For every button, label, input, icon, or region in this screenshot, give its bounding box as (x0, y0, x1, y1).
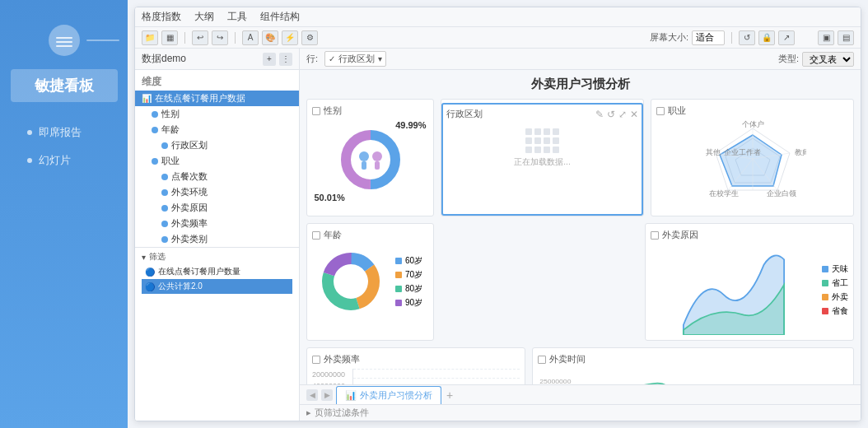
occupation-title: 职业 (656, 105, 848, 117)
loading-grid (525, 128, 559, 153)
tree-item-label: 在线点餐订餐用户数据 (155, 92, 245, 105)
takeout-reason-chart: 天味 省工 外卖 (651, 244, 848, 335)
filter-icon: 🔵 (145, 267, 155, 277)
tab-main[interactable]: 📊 外卖用户习惯分析 (336, 386, 441, 404)
filter-toggle[interactable]: ▸ 页筛过滤条件 (306, 407, 369, 419)
legend-dot (822, 280, 828, 286)
filter-dropdown-icon[interactable]: ▾ (378, 54, 382, 63)
overlay-title: 行政区划 (446, 108, 483, 120)
scroll-left-btn[interactable]: ◀ (306, 389, 318, 401)
menu-item-outline[interactable]: 大纲 (194, 10, 214, 24)
gender-donut-svg (338, 127, 404, 193)
toolbar-separator-3 (731, 32, 732, 44)
tree-item-admin[interactable]: 行政区划 (135, 137, 299, 153)
tree-item-main[interactable]: 📊 在线点餐订餐用户数据 (135, 91, 299, 106)
filter-label: 页筛过滤条件 (315, 407, 369, 419)
tree-item-label: 职业 (161, 155, 180, 167)
panel-title: 数据demo (142, 52, 186, 66)
filter-item-1[interactable]: 🔵 在线点餐订餐用户数量 (142, 264, 292, 279)
bullet-icon (27, 130, 32, 135)
toolbar-separator-2 (235, 32, 236, 44)
tree-item-gender[interactable]: 性别 (135, 106, 299, 122)
gender-chart-card: 性别 (306, 99, 434, 216)
scroll-right-btn[interactable]: ▶ (321, 389, 333, 401)
section-header-filter[interactable]: ▾ 筛选 (142, 251, 292, 263)
tree-item-occupation[interactable]: 职业 (135, 153, 299, 169)
legend-label: 70岁 (405, 269, 422, 281)
tree-item-age[interactable]: 年龄 (135, 122, 299, 137)
main-content: 格度指数 大纲 工具 组件结构 📁 ▦ ↩ ↪ A 🎨 ⚡ ⚙ 屏幕大小: ↺ … (128, 0, 868, 428)
menu-item-structure[interactable]: 组件结构 (260, 10, 300, 24)
toolbar-separator (184, 32, 185, 44)
tree-item-label: 行政区划 (171, 139, 208, 151)
legend-sangshi: 省食 (822, 305, 848, 317)
toolbar-btn-layout1[interactable]: ▣ (818, 30, 834, 45)
legend-dot (395, 286, 402, 292)
panel-icon-more[interactable]: ⋮ (279, 53, 292, 66)
tree-item-env[interactable]: 外卖环境 (135, 184, 299, 200)
filter-item-label: 公共计算2.0 (158, 281, 203, 292)
refresh-icon[interactable]: ↺ (607, 109, 615, 120)
overlay-header: 行政区划 ✎ ↺ ⤢ ✕ (446, 108, 638, 120)
takeout-freq-card: 外卖频率 100000000 80000000 60000000 4000000… (306, 347, 525, 384)
tree-item-category[interactable]: 外卖类别 (135, 231, 299, 247)
tree-item-order-count[interactable]: 点餐次数 (135, 169, 299, 184)
filter-icon: 🔵 (145, 281, 155, 291)
legend-dot (395, 258, 402, 264)
y-label: 40000000 (312, 382, 349, 384)
takeout-reason-title: 外卖原因 (651, 229, 848, 241)
close-icon[interactable]: ✕ (630, 109, 638, 120)
loading-text: 正在加载数据... (514, 156, 570, 168)
svg-rect-6 (375, 161, 380, 170)
freq-title: 外卖频率 (312, 353, 520, 365)
toolbar-btn-settings[interactable]: ⚙ (301, 30, 318, 45)
panel-icon-add[interactable]: + (263, 53, 276, 66)
toolbar-btn-grid[interactable]: ▦ (161, 30, 178, 45)
legend-dot (822, 294, 828, 300)
zoom-label: 屏幕大小: (650, 31, 688, 44)
tree-item-reason[interactable]: 外卖原因 (135, 200, 299, 216)
filter-item-2[interactable]: 🔵 公共计算2.0 (142, 279, 292, 294)
toolbar-btn-undo[interactable]: ↩ (192, 30, 208, 45)
edit-icon[interactable]: ✎ (595, 109, 604, 120)
sidebar-item-adhoc[interactable]: 即席报告 (11, 119, 118, 147)
legend-dot (822, 308, 828, 314)
bullet-icon (161, 189, 168, 196)
svg-text:教师职员: 教师职员 (795, 148, 806, 156)
bottom-charts-row: 外卖频率 100000000 80000000 60000000 4000000… (306, 347, 854, 384)
zoom-input[interactable] (692, 30, 725, 45)
filter-bar: 行: ✓ 行政区划 ▾ 类型: 交叉表 (300, 49, 861, 70)
toolbar-btn-export[interactable]: ↗ (778, 30, 795, 45)
y-label: 20000000 (312, 370, 349, 379)
panel-header-icons: + ⋮ (263, 53, 292, 66)
legend-label: 天味 (832, 263, 848, 275)
toolbar-btn-filter[interactable]: ⚡ (282, 30, 298, 45)
legend-waimai: 外卖 (822, 291, 848, 303)
toolbar-btn-color[interactable]: 🎨 (262, 30, 278, 45)
type-panel: 类型: 交叉表 (778, 52, 854, 67)
spacer-middle (441, 223, 638, 341)
bar-chart-bars (352, 369, 520, 384)
type-select[interactable]: 交叉表 (802, 52, 854, 67)
legend-80: 80岁 (395, 283, 422, 295)
bullet-icon (161, 221, 168, 227)
filter-item-label: 在线点餐订餐用户数量 (158, 266, 240, 277)
tab-add-btn[interactable]: + (441, 387, 458, 403)
menu-bar: 格度指数 大纲 工具 组件结构 (135, 7, 861, 27)
legend-90: 90岁 (395, 297, 422, 309)
sidebar-item-slides[interactable]: 幻灯片 (11, 147, 118, 174)
menu-item-tools[interactable]: 工具 (227, 10, 247, 24)
toolbar-btn-refresh[interactable]: ↺ (739, 30, 755, 45)
menu-item-format[interactable]: 格度指数 (142, 10, 181, 24)
admin-region-chart-card: 行政区划 行政区划 ✎ ↺ ⤢ ✕ (441, 99, 644, 216)
toolbar-btn-redo[interactable]: ↪ (212, 30, 228, 45)
toolbar-btn-style[interactable]: A (242, 30, 259, 45)
sidebar-item-dashboard[interactable]: 敏捷看板 (11, 69, 118, 102)
toolbar-btn-folder[interactable]: 📁 (142, 30, 158, 45)
expand-icon[interactable]: ⤢ (618, 109, 627, 120)
tree-item-freq[interactable]: 外卖频率 (135, 216, 299, 231)
toolbar-btn-lock[interactable]: 🔒 (758, 30, 775, 45)
toolbar-btn-layout2[interactable]: ▤ (838, 30, 854, 45)
toolbar: 📁 ▦ ↩ ↪ A 🎨 ⚡ ⚙ 屏幕大小: ↺ 🔒 ↗ ▣ ▤ (135, 27, 861, 49)
svg-text:其他: 其他 (706, 148, 721, 156)
